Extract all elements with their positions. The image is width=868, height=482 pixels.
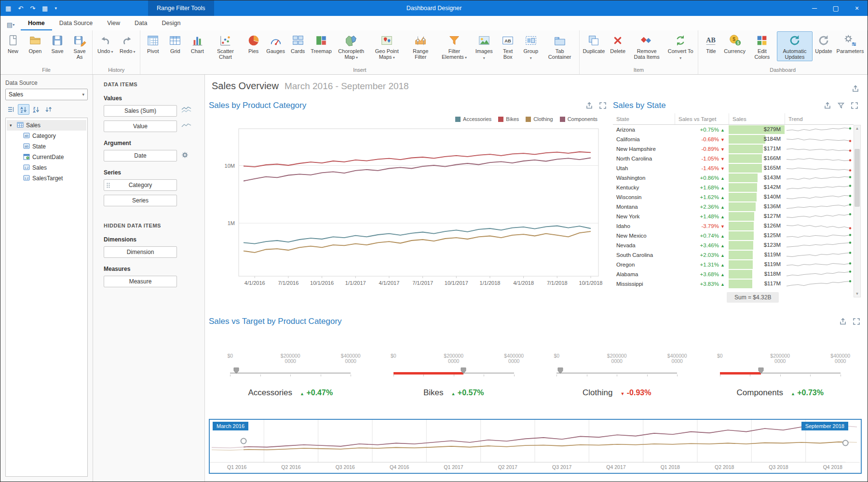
table-row-idaho[interactable]: Idaho-3.79% ▼$126M <box>613 221 861 231</box>
ribbon-button-redo[interactable]: Redo ▾ <box>116 31 138 56</box>
ribbon-button-pivot[interactable]: Pivot <box>142 31 164 56</box>
gauges-maximize-icon[interactable] <box>851 317 862 326</box>
field-list-icon[interactable] <box>5 104 17 115</box>
ribbon-button-edit-colors[interactable]: Edit Colors <box>747 31 777 61</box>
data-item-pill-date[interactable]: Date <box>104 150 177 161</box>
tree-field-sales[interactable]: 1.2Sales <box>7 162 86 173</box>
ribbon-button-range-filter[interactable]: Range Filter <box>405 31 436 61</box>
ribbon-button-save-as[interactable]: Save As <box>68 31 91 61</box>
customize-toolbar-icon[interactable]: ▦ <box>42 5 48 12</box>
ribbon-button-convert-to[interactable]: Convert To ▾ <box>665 31 696 62</box>
table-row-alabama[interactable]: Alabama+3.68% ▲$118M <box>613 269 861 279</box>
gauge-thumb[interactable] <box>460 367 467 376</box>
minimize-button[interactable]: ─ <box>804 0 825 16</box>
tab-home[interactable]: Home <box>21 18 52 30</box>
ribbon-button-choropleth-map[interactable]: Choropleth Map ▾ <box>333 31 369 62</box>
table-filter-icon[interactable] <box>836 101 846 110</box>
scroll-down-icon[interactable]: ▼ <box>855 292 859 296</box>
ribbon-button-duplicate[interactable]: Duplicate <box>581 31 607 56</box>
table-scrollbar[interactable]: ▲ ▼ <box>854 125 861 297</box>
gauge-bikes[interactable]: $0$200000 0000$400000 0000Bikes▲ +0.57% <box>372 353 536 398</box>
table-row-south-carolina[interactable]: South Carolina+2.03% ▲$119M <box>613 250 861 260</box>
table-export-icon[interactable] <box>822 101 833 110</box>
ribbon-button-filter-elements[interactable]: Filter Elements ▾ <box>436 31 472 62</box>
table-row-arizona[interactable]: Arizona+0.75% ▲$279M <box>613 125 861 134</box>
data-item-pill-measure[interactable]: Measure <box>104 276 177 287</box>
tree-field-salestarget[interactable]: 1.2SalesTarget <box>7 173 86 184</box>
tab-data-source[interactable]: Data Source <box>52 18 100 30</box>
gauge-item-sales-vs-target[interactable]: Sales vs Target by Product Category $0$2… <box>209 314 862 418</box>
gauges-export-icon[interactable] <box>838 317 848 326</box>
ribbon-button-geo-point-maps[interactable]: Geo Point Maps ▾ <box>369 31 405 62</box>
ribbon-button-chart[interactable]: Chart <box>186 31 208 56</box>
ribbon-button-gauges[interactable]: Gauges <box>265 31 287 56</box>
gauge-thumb[interactable] <box>233 367 240 376</box>
ribbon-button-parameters[interactable]: Parameters <box>835 31 866 56</box>
dashboard-export-icon[interactable] <box>850 84 861 94</box>
ribbon-button-treemap[interactable]: Treemap <box>309 31 334 56</box>
ribbon-button-open[interactable]: Open <box>24 31 46 56</box>
table-row-washington[interactable]: Washington+0.86% ▲$143M <box>613 173 861 183</box>
sort-za-icon[interactable]: ZA <box>30 104 42 115</box>
tree-field-currentdate[interactable]: CurrentDate <box>7 152 86 162</box>
context-tab-range-filter-tools[interactable]: Range Filter Tools <box>148 0 214 16</box>
gauge-clothing[interactable]: $0$200000 0000$400000 0000Clothing▼ -0.9… <box>535 353 699 398</box>
data-item-pill-dimension[interactable]: Dimension <box>104 246 177 258</box>
range-start-handle[interactable] <box>241 439 246 444</box>
range-filter-item[interactable]: March 2016 September 2018 Q1 2016Q2 2016… <box>209 419 862 474</box>
scrollbar-thumb[interactable] <box>854 149 860 207</box>
chart-item-sales-by-product-category[interactable]: Sales by Product Category AccessoriesBik… <box>209 98 608 314</box>
column-header-sales-vs-target[interactable]: Sales vs Target <box>675 113 729 124</box>
column-header-state[interactable]: State <box>613 113 675 124</box>
ribbon-button-save[interactable]: Save <box>46 31 68 56</box>
ribbon-button-images[interactable]: Images ▾ <box>472 31 496 62</box>
gear-icon[interactable] <box>181 151 189 161</box>
ribbon-button-text-box[interactable]: ABText Box <box>496 31 519 61</box>
tree-expand-icon[interactable]: ▾ <box>10 123 14 128</box>
ribbon-button-delete[interactable]: Delete <box>607 31 629 56</box>
range-end-handle[interactable] <box>843 441 848 446</box>
data-item-pill-value[interactable]: Value <box>104 120 177 132</box>
redo-quick-icon[interactable]: ↷ <box>30 5 35 12</box>
sort-az-icon[interactable]: AZ <box>18 104 29 115</box>
data-item-pill-sales-sum[interactable]: Sales (Sum) <box>104 105 177 117</box>
table-row-north-carolina[interactable]: North Carolina-1.05% ▼$166M <box>613 154 861 163</box>
drag-grip-icon[interactable] <box>107 183 110 189</box>
gauge-accessories[interactable]: $0$200000 0000$400000 0000Accessories▲ +… <box>209 353 372 398</box>
ribbon-button-tab-container[interactable]: Tab Container <box>542 31 578 61</box>
file-menu-icon[interactable]: ▤▾ <box>3 19 18 30</box>
gauge-components[interactable]: $0$200000 0000$400000 0000Components▲ +0… <box>699 353 862 398</box>
ribbon-button-currency[interactable]: $$Currency <box>722 31 747 56</box>
undo-quick-icon[interactable]: ↶ <box>18 5 23 12</box>
rearrange-icon[interactable] <box>43 104 54 115</box>
column-header-trend[interactable]: Trend <box>785 113 854 124</box>
table-row-utah[interactable]: Utah-1.45% ▼$165M <box>613 163 861 173</box>
tree-field-state[interactable]: abState <box>7 141 86 152</box>
grid-item-sales-by-state[interactable]: Sales by State StateSales vs TargetSales… <box>613 98 861 314</box>
ribbon-button-group[interactable]: Group ▾ <box>520 31 542 62</box>
table-row-nevada[interactable]: Nevada+3.46% ▲$123M <box>613 241 861 250</box>
data-item-pill-category[interactable]: Category <box>104 179 177 191</box>
table-row-new-hampshire[interactable]: New Hampshire-0.89% ▼$171M <box>613 144 861 154</box>
column-header-sales[interactable]: Sales <box>729 113 785 124</box>
chart-export-icon[interactable] <box>584 101 595 110</box>
table-row-oregon[interactable]: Oregon+1.31% ▲$119M <box>613 260 861 269</box>
scroll-up-icon[interactable]: ▲ <box>855 126 859 131</box>
tab-data[interactable]: Data <box>127 18 154 30</box>
tree-node-sales[interactable]: ▾Sales <box>7 120 86 131</box>
table-row-mississippi[interactable]: Mississippi+3.83% ▲$117M <box>613 279 861 289</box>
maximize-button[interactable]: ▢ <box>825 0 846 16</box>
ribbon-button-pies[interactable]: Pies <box>243 31 265 56</box>
gauge-thumb[interactable] <box>557 367 564 376</box>
data-item-pill-series[interactable]: Series <box>104 195 177 206</box>
ribbon-button-title[interactable]: ABTitle <box>700 31 722 56</box>
ribbon-button-remove-data-items[interactable]: Remove Data Items <box>629 31 665 61</box>
table-row-new-york[interactable]: New York+1.48% ▲$127M <box>613 212 861 221</box>
ribbon-button-update[interactable]: Update <box>813 31 835 56</box>
ribbon-button-automatic-updates[interactable]: Automatic Updates <box>777 31 813 61</box>
table-row-new-mexico[interactable]: New Mexico+0.74% ▲$125M <box>613 231 861 241</box>
table-maximize-icon[interactable] <box>849 101 860 110</box>
table-row-montana[interactable]: Montana+2.36% ▲$136M <box>613 202 861 212</box>
ribbon-button-undo[interactable]: Undo ▾ <box>94 31 116 56</box>
ribbon-button-grid[interactable]: Grid <box>164 31 186 56</box>
